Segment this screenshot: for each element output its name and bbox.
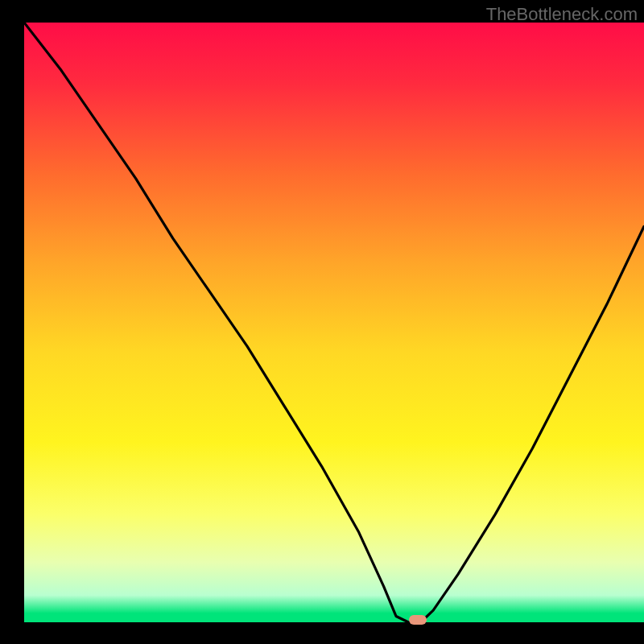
chart-container: TheBottleneck.com <box>0 0 644 644</box>
watermark-text: TheBottleneck.com <box>486 4 638 25</box>
optimal-marker <box>409 615 427 625</box>
plot-area <box>24 23 644 622</box>
bottleneck-curve <box>24 23 644 622</box>
